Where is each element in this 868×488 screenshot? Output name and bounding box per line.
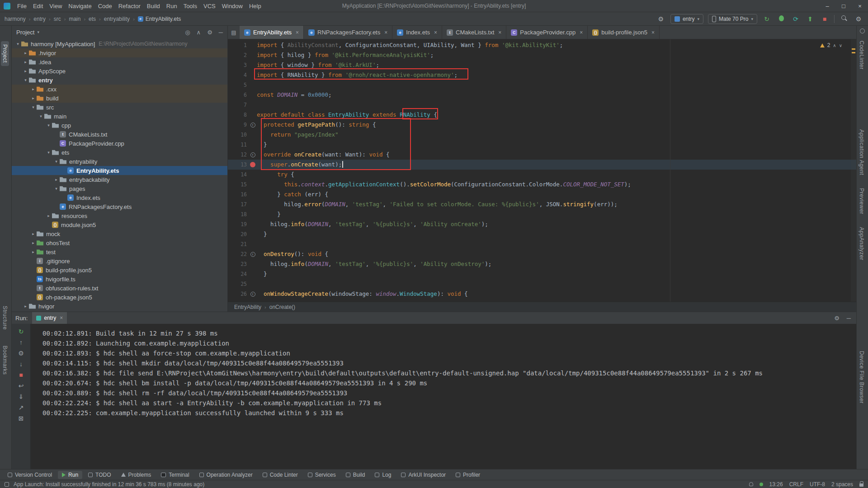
tree-chevron-icon[interactable]: ▸	[30, 241, 37, 245]
code-line-9[interactable]: 9↑ protected getPagePath(): string {	[228, 120, 856, 130]
tree-item-cmakelists-txt[interactable]: CMakeLists.txt	[12, 130, 227, 139]
line-number[interactable]: 3	[228, 60, 249, 70]
breadcrumb-item-src[interactable]: src	[54, 16, 61, 22]
gear-icon[interactable]: ⚙	[834, 315, 840, 322]
line-number[interactable]: 5	[228, 80, 249, 90]
next-issue-icon[interactable]: ∨	[839, 43, 842, 48]
tree-item-hvigor[interactable]: ▸hvigor	[12, 302, 227, 311]
code-line-18[interactable]: 18 }	[228, 209, 856, 219]
tool-stripe-project[interactable]: Project	[1, 41, 9, 66]
code-line-16[interactable]: 16 } catch (err) {	[228, 190, 856, 199]
tool-stripe-appanalyzer[interactable]: AppAnalyzer	[858, 224, 866, 264]
tree-chevron-icon[interactable]: ▸	[30, 96, 37, 100]
code-line-26[interactable]: 26↑ onWindowStageCreate(windowStage: win…	[228, 289, 856, 299]
tool-button-operation-analyzer[interactable]: Operation Analyzer	[195, 471, 257, 479]
rerun-button[interactable]: ↻	[19, 328, 24, 335]
scroll-to-end-icon[interactable]: ⇓	[19, 393, 24, 400]
code-line-17[interactable]: 17 hilog.error(DOMAIN, 'testTag', 'Faile…	[228, 199, 856, 209]
line-number[interactable]: 9	[228, 120, 249, 130]
code-line-14[interactable]: 14 try {	[228, 170, 856, 180]
hot-reload-button[interactable]: ⟳	[791, 15, 801, 23]
indent-indicator[interactable]: 2 spaces	[831, 481, 853, 488]
breadcrumb-item-entryability-ets[interactable]: EntryAbility.ets	[138, 16, 181, 22]
line-number[interactable]: 26	[228, 289, 249, 299]
chevron-down-icon[interactable]: ▾	[37, 30, 39, 34]
line-number[interactable]: 15	[228, 180, 249, 190]
menu-view[interactable]: View	[46, 1, 65, 11]
tool-button-services[interactable]: Services	[304, 471, 340, 479]
line-number[interactable]: 13	[228, 160, 249, 170]
code-line-25[interactable]: 25	[228, 279, 856, 289]
tree-item-entryability[interactable]: ▾entryability	[12, 157, 227, 166]
tree-chevron-icon[interactable]: ▸	[45, 213, 52, 218]
tree-item-oh-package-json5[interactable]: oh-package.json5	[12, 293, 227, 302]
tab-entryability-ets[interactable]: EntryAbility.ets×	[240, 26, 304, 39]
editor-tab-list-icon[interactable]: ▤	[228, 26, 240, 39]
breakpoint-gutter[interactable]	[249, 162, 257, 167]
tool-stripe-structure[interactable]: Structure	[1, 303, 9, 333]
tree-chevron-icon[interactable]: ▸	[22, 69, 29, 73]
code-line-12[interactable]: 12↑ override onCreate(want: Want): void …	[228, 150, 856, 160]
code-line-6[interactable]: 6const DOMAIN = 0x0000;	[228, 90, 856, 100]
menu-refactor[interactable]: Refactor	[115, 1, 144, 11]
tree-item-entrybackability[interactable]: ▸entrybackability	[12, 175, 227, 184]
tree-item-hvigor[interactable]: ▸.hvigor	[12, 48, 227, 57]
tree-item-entry[interactable]: ▾entry	[12, 76, 227, 85]
up-stack-icon[interactable]: ↑	[19, 339, 23, 346]
line-number[interactable]: 23	[228, 259, 249, 269]
breadcrumb-item-harmony[interactable]: harmony	[5, 16, 26, 22]
line-number[interactable]: 7	[228, 100, 249, 110]
editor-breadcrumb-item[interactable]: EntryAbility	[234, 304, 261, 310]
tree-chevron-icon[interactable]: ▸	[22, 60, 29, 64]
tab-cmakelists-txt[interactable]: CMakeLists.txt×	[442, 26, 506, 39]
tree-item-module-json5[interactable]: module.json5	[12, 220, 227, 229]
tree-item-cpp[interactable]: ▾cpp	[12, 121, 227, 130]
tool-button-profiler[interactable]: Profiler	[452, 471, 484, 479]
line-number[interactable]: 20	[228, 229, 249, 239]
run-config-select[interactable]: entry ▾	[670, 14, 703, 24]
tree-chevron-icon[interactable]: ▾	[30, 105, 37, 109]
tool-button-arkui-inspector[interactable]: ArkUI Inspector	[397, 471, 450, 479]
debug-app-button[interactable]	[776, 15, 786, 23]
line-number[interactable]: 6	[228, 90, 249, 100]
line-number[interactable]: 1	[228, 40, 249, 50]
collapse-all-icon[interactable]: ∧	[197, 29, 201, 36]
tree-item-main[interactable]: ▾main	[12, 112, 227, 121]
line-number[interactable]: 18	[228, 209, 249, 219]
tool-stripe-previewer[interactable]: Previewer	[858, 185, 866, 218]
line-ending-indicator[interactable]: CRLF	[789, 481, 803, 488]
project-panel-title[interactable]: Project	[16, 29, 34, 36]
menu-help[interactable]: Help	[246, 1, 264, 11]
gear-icon[interactable]: ⚙	[207, 29, 212, 36]
tree-chevron-icon[interactable]: ▾	[22, 78, 29, 82]
notifications-icon[interactable]	[749, 482, 753, 486]
settings-sync-icon[interactable]: ⚙	[656, 15, 666, 23]
line-number[interactable]: 10	[228, 130, 249, 140]
code-line-8[interactable]: 8export default class EntryAbility exten…	[228, 110, 856, 120]
tab-index-ets[interactable]: Index.ets×	[392, 26, 442, 39]
code-line-21[interactable]: 21	[228, 239, 856, 249]
tree-item-idea[interactable]: ▸.idea	[12, 57, 227, 66]
hide-panel-icon[interactable]: ─	[847, 315, 851, 322]
menu-file[interactable]: File	[14, 1, 30, 11]
breadcrumb-item-entryability[interactable]: entryability	[104, 16, 130, 22]
tree-chevron-icon[interactable]: ▸	[30, 232, 37, 236]
hide-panel-icon[interactable]: ─	[219, 29, 223, 36]
close-tab-icon[interactable]: ×	[60, 315, 63, 321]
run-tab-entry[interactable]: entry ×	[32, 312, 67, 324]
search-everywhere-icon[interactable]	[839, 15, 849, 23]
tree-item-harmony-myapplication[interactable]: ▾harmony [MyApplication]E:\RNProject\Ato…	[12, 39, 227, 48]
menu-code[interactable]: Code	[95, 1, 115, 11]
close-tab-icon[interactable]: ×	[651, 29, 655, 36]
close-tab-icon[interactable]: ×	[384, 29, 387, 36]
close-tab-icon[interactable]: ×	[498, 29, 501, 36]
tree-item-src[interactable]: ▾src	[12, 103, 227, 112]
tool-button-code-linter[interactable]: Code Linter	[259, 471, 302, 479]
override-marker[interactable]: ↑	[249, 292, 257, 297]
close-tab-icon[interactable]: ×	[580, 29, 583, 36]
tool-button-log[interactable]: Log	[371, 471, 395, 479]
menu-tools[interactable]: Tools	[180, 1, 200, 11]
tool-button-version-control[interactable]: Version Control	[4, 471, 56, 479]
breadcrumb-item-main[interactable]: main	[69, 16, 80, 22]
code-line-19[interactable]: 19 hilog.info(DOMAIN, 'testTag', '%{publ…	[228, 219, 856, 229]
